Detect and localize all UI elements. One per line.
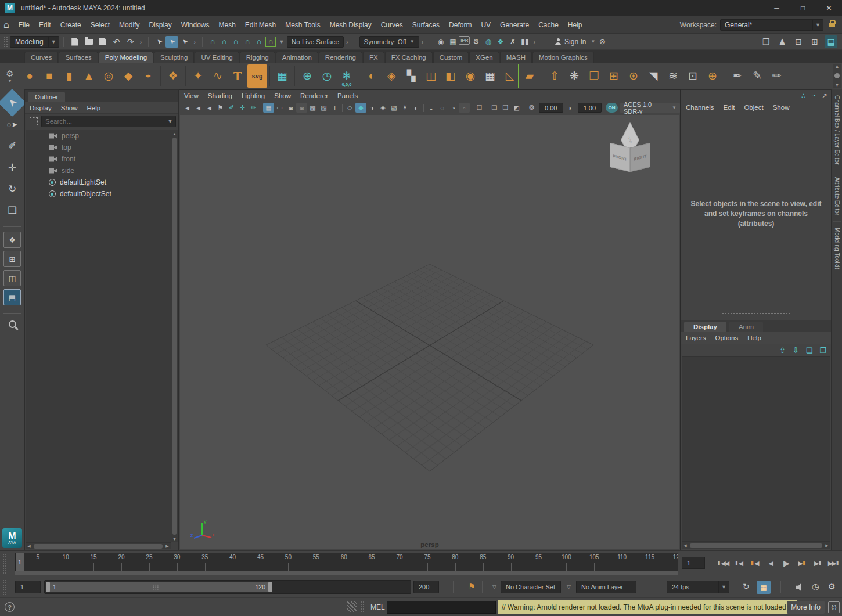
paint-select-tool[interactable]: ✐ [2,136,22,156]
outliner-menu-item[interactable]: Help [82,105,106,111]
shelf-tab[interactable]: Poly Modeling [99,52,153,63]
textured-icon[interactable]: ◑ [366,103,377,113]
paint-effects-icon[interactable]: ✗ [506,36,519,48]
motion-blur-icon[interactable]: ◌ [437,103,448,113]
view-cube-front-face[interactable]: FRONT [610,143,630,172]
sidebar-tab[interactable]: Channel Box / Layer Editor [833,89,841,171]
shelf-tab[interactable]: Rigging [240,52,275,63]
step-forward-frame-button[interactable]: ▶ ▮ [809,556,825,571]
time-editor-icon[interactable]: ◷ [812,582,819,591]
lights-icon[interactable]: ☀ [400,103,411,113]
shelf-tab[interactable]: Curves [24,52,58,63]
axis-display-icon[interactable]: ∴ [801,92,806,100]
viewport-icon[interactable] [340,103,344,113]
extract-icon[interactable]: ◫ [421,64,441,88]
contrast-icon[interactable]: ◗ [565,103,576,113]
shelf-tab[interactable]: UV Editing [195,52,239,63]
resolution-gate-icon[interactable]: ◙ [285,103,296,113]
lasso-select-tool[interactable]: ◌➤ [2,114,22,134]
shelf-icon[interactable] [158,64,163,88]
shelf-tab[interactable]: XGen [469,52,499,63]
rgb-channels-icon[interactable]: ▨ [318,103,329,113]
menu-item[interactable]: Help [563,21,587,29]
menu-item[interactable]: Select [86,21,114,29]
playback-loop-icon[interactable]: ↻ [743,582,750,591]
audio-icon[interactable] [796,583,804,592]
image-plane-icon[interactable]: ✐ [226,103,237,113]
command-language-label[interactable]: MEL [370,603,385,611]
anim-layer-menu-icon[interactable]: ▽ [567,584,571,590]
layer-editor-menu-item[interactable]: Options [711,334,743,341]
poly-disc-icon[interactable]: ● [138,70,158,82]
ipr-render-icon[interactable]: IPR [459,36,470,45]
render-settings-icon[interactable]: ⚙ [470,36,482,48]
viewport-canvas[interactable]: TOP FRONT RIGHT y x z persp [180,115,679,549]
menu-item[interactable]: Edit Mesh [240,21,280,29]
go-to-end-button[interactable]: ▶▶ ▮ [825,556,841,571]
view-cube[interactable]: TOP FRONT RIGHT [609,130,652,176]
viewport-icon[interactable] [522,103,526,113]
alpha-channel-icon[interactable]: T [329,103,340,113]
panel-stack-icon[interactable]: ▤ [825,35,837,48]
layout-vertical-icon[interactable]: ⊞ [808,35,821,48]
shadows-icon[interactable]: ◐ [411,103,422,113]
helix-icon[interactable]: ∿ [208,64,228,88]
open-scene-button[interactable] [83,36,95,48]
more-info-button[interactable]: More Info [787,601,825,614]
gate-mask-icon[interactable]: ◙ [296,103,307,113]
outliner-item[interactable]: side [26,165,171,176]
character-controls-icon[interactable]: ♟ [776,35,789,48]
copy-view-icon[interactable]: ❏ [489,103,500,113]
command-input[interactable] [387,601,495,613]
shelf-tab[interactable]: Surfaces [59,52,98,63]
camera-icon[interactable]: ◄ [182,103,193,113]
shelf-icon[interactable] [357,64,362,88]
channel-box-menu-item[interactable]: Channels [681,104,719,111]
mirror-icon[interactable]: ◧ [441,64,460,88]
home-icon[interactable]: ⌂ [3,20,9,30]
channel-box-menu-item[interactable]: Edit [719,104,740,111]
help-icon[interactable]: ? [5,602,15,612]
shelf-tab[interactable]: MASH [500,52,532,63]
range-track[interactable]: 1 120 [44,580,411,594]
poly-plane-icon[interactable]: ◆ [118,64,138,88]
bevel-icon[interactable]: ❐ [584,64,604,88]
graph-editor-icon[interactable]: ↗ [822,92,827,100]
save-scene-button[interactable] [97,36,109,48]
zero-transforms-icon[interactable]: ❄ 0,0,0 [337,64,357,88]
multisample-icon[interactable]: ◔ [448,103,459,113]
menu-item[interactable]: Edit [34,21,56,29]
gamma-field[interactable]: 1.00 [578,103,602,113]
menu-item[interactable]: Cache [534,21,563,29]
chevron-down-icon[interactable]: ▼ [276,34,287,49]
shelf-icon[interactable] [267,64,272,88]
menu-item[interactable]: Deform [444,21,476,29]
filter-icon[interactable] [30,117,38,125]
add-divisions-icon[interactable]: ⊞ [604,64,624,88]
workspace-dropdown[interactable]: General* ▼ [720,19,823,31]
outliner-item[interactable]: front [26,153,171,165]
rotate-tool[interactable]: ↻ [2,179,22,199]
select-component-icon[interactable]: ➤ [178,36,191,48]
menu-item[interactable]: File [14,21,34,29]
poly-torus-icon[interactable]: ◎ [99,64,118,88]
poly-cube-icon[interactable]: ■ [39,64,59,88]
outliner-tab[interactable]: Outliner [28,92,65,102]
scale-tool[interactable]: ❏ [2,200,22,220]
minimize-button[interactable]: ─ [764,0,790,16]
paste-view-icon[interactable]: ❐ [500,103,511,113]
quadrangulate-icon[interactable]: ▰ [520,64,539,88]
outliner-vertical-scrollbar[interactable]: ▲▼ [171,130,178,542]
playback-range-bar[interactable]: 1 120 [46,582,272,592]
lock-workspace-icon[interactable] [829,23,835,27]
grip-handle[interactable] [360,601,365,613]
collapse-arrow-icon[interactable]: › [140,38,142,45]
viewport-menu-item[interactable]: Shading [203,92,237,99]
character-set-field[interactable] [501,581,561,593]
close-button[interactable]: ✕ [816,0,842,16]
collapse-arrow-icon[interactable]: › [533,38,535,45]
new-layer-from-selected-icon[interactable]: ❐ [819,346,826,355]
render-view-icon[interactable]: ◉ [434,36,447,48]
wireframe-icon[interactable]: ◇ [344,103,355,113]
playblast-button[interactable]: ▦ [757,581,771,594]
